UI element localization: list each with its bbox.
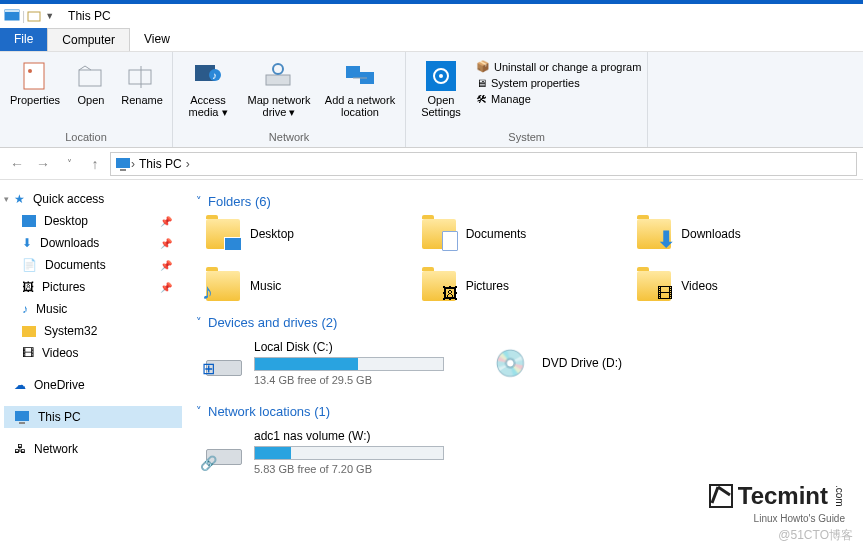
documents-icon: 📄 xyxy=(22,258,37,272)
sysprops-icon: 🖥 xyxy=(476,77,487,89)
nav-back-button[interactable]: ← xyxy=(6,153,28,175)
svg-rect-19 xyxy=(116,158,130,168)
qa-sep: | xyxy=(22,9,25,23)
nav-forward-button[interactable]: → xyxy=(32,153,54,175)
titlebar: | ▼ This PC xyxy=(0,0,863,28)
folder-icon xyxy=(637,271,671,301)
map-drive-button[interactable]: Map network drive ▾ xyxy=(243,56,315,118)
this-pc-header[interactable]: This PC xyxy=(4,406,182,428)
svg-rect-20 xyxy=(120,169,126,171)
ribbon: Properties Open Rename Location ♪ Access… xyxy=(0,52,863,148)
add-location-button[interactable]: Add a network location xyxy=(321,56,399,118)
pc-icon xyxy=(115,157,131,171)
system-properties-link[interactable]: 🖥System properties xyxy=(476,77,641,89)
watermark-brand: Tecmint.com Linux Howto's Guide xyxy=(708,482,845,510)
manage-icon: 🛠 xyxy=(476,93,487,105)
drives-section-header[interactable]: Devices and drives (2) xyxy=(196,315,853,330)
properties-button[interactable]: Properties xyxy=(6,56,64,106)
folders-section-header[interactable]: Folders (6) xyxy=(196,194,853,209)
access-media-button[interactable]: ♪ Access media ▾ xyxy=(179,56,237,118)
sidebar-item-music[interactable]: ♪Music xyxy=(4,298,182,320)
rename-icon xyxy=(126,60,158,92)
map-drive-icon xyxy=(263,60,295,92)
network-icon: 🖧 xyxy=(14,442,26,456)
folders-grid: Desktop Documents Downloads Music Pictur… xyxy=(196,219,853,301)
folder-music[interactable]: Music xyxy=(206,271,422,301)
nav-tree: ★Quick access Desktop📌 ⬇Downloads📌 📄Docu… xyxy=(0,180,186,550)
qa-dropdown-icon[interactable]: ▼ xyxy=(45,11,54,21)
svg-rect-2 xyxy=(28,12,40,21)
sidebar-item-desktop[interactable]: Desktop📌 xyxy=(4,210,182,232)
folder-documents[interactable]: Documents xyxy=(422,219,638,249)
onedrive-header[interactable]: ☁OneDrive xyxy=(4,374,182,396)
quick-access-header[interactable]: ★Quick access xyxy=(4,188,182,210)
uninstall-link[interactable]: 📦Uninstall or change a program xyxy=(476,60,641,73)
pin-icon: 📌 xyxy=(160,238,172,249)
ribbon-group-location: Properties Open Rename Location xyxy=(0,52,173,147)
address-path[interactable]: › This PC › xyxy=(110,152,857,176)
open-button[interactable]: Open xyxy=(70,56,112,106)
properties-icon xyxy=(19,60,51,92)
videos-icon: 🎞 xyxy=(22,346,34,360)
manage-link[interactable]: 🛠Manage xyxy=(476,93,641,105)
chevron-icon[interactable]: › xyxy=(186,157,190,171)
network-header[interactable]: 🖧Network xyxy=(4,438,182,460)
corner-watermark: @51CTO博客 xyxy=(778,527,853,544)
pc-icon xyxy=(14,410,30,424)
sidebar-item-downloads[interactable]: ⬇Downloads📌 xyxy=(4,232,182,254)
svg-rect-5 xyxy=(79,70,101,86)
network-section-header[interactable]: Network locations (1) xyxy=(196,404,853,419)
svg-rect-22 xyxy=(19,422,25,424)
network-drive-icon xyxy=(206,437,242,467)
access-media-icon: ♪ xyxy=(192,60,224,92)
drive-network[interactable]: adc1 nas volume (W:) 5.83 GB free of 7.2… xyxy=(196,429,853,475)
svg-rect-21 xyxy=(15,411,29,421)
drive-local-disk[interactable]: Local Disk (C:) 13.4 GB free of 29.5 GB xyxy=(196,340,444,386)
settings-icon xyxy=(425,60,457,92)
sidebar-item-pictures[interactable]: 🖼Pictures📌 xyxy=(4,276,182,298)
svg-point-4 xyxy=(28,69,32,73)
music-icon: ♪ xyxy=(22,302,28,316)
nav-history-button[interactable]: ˅ xyxy=(58,153,80,175)
folder-downloads[interactable]: Downloads xyxy=(637,219,853,249)
folder-videos[interactable]: Videos xyxy=(637,271,853,301)
pin-icon: 📌 xyxy=(160,282,172,293)
add-location-icon xyxy=(344,60,376,92)
tab-computer[interactable]: Computer xyxy=(47,28,130,51)
tab-view[interactable]: View xyxy=(130,28,184,51)
sidebar-item-videos[interactable]: 🎞Videos xyxy=(4,342,182,364)
qa-new-folder-icon[interactable] xyxy=(27,9,43,23)
svg-rect-11 xyxy=(266,75,290,85)
disk-icon xyxy=(206,348,242,378)
svg-rect-13 xyxy=(346,66,360,78)
path-segment[interactable]: This PC xyxy=(135,157,186,171)
open-settings-button[interactable]: Open Settings xyxy=(412,56,470,118)
dvd-icon xyxy=(494,348,530,378)
folder-desktop[interactable]: Desktop xyxy=(206,219,422,249)
rename-button[interactable]: Rename xyxy=(118,56,166,106)
pin-icon: 📌 xyxy=(160,216,172,227)
tab-file[interactable]: File xyxy=(0,28,47,51)
desktop-icon xyxy=(22,215,36,227)
svg-point-12 xyxy=(273,64,283,74)
uninstall-icon: 📦 xyxy=(476,60,490,73)
svg-rect-1 xyxy=(5,10,19,12)
downloads-icon: ⬇ xyxy=(22,236,32,250)
onedrive-icon: ☁ xyxy=(14,378,26,392)
nav-up-button[interactable]: ↑ xyxy=(84,153,106,175)
usage-bar xyxy=(254,357,444,371)
window-title: This PC xyxy=(68,9,111,23)
drive-dvd[interactable]: DVD Drive (D:) xyxy=(484,340,732,386)
ribbon-group-network: ♪ Access media ▾ Map network drive ▾ Add… xyxy=(173,52,406,147)
sidebar-item-system32[interactable]: System32 xyxy=(4,320,182,342)
pictures-icon: 🖼 xyxy=(22,280,34,294)
svg-rect-3 xyxy=(24,63,44,89)
sidebar-item-documents[interactable]: 📄Documents📌 xyxy=(4,254,182,276)
folder-icon xyxy=(206,219,240,249)
folder-icon xyxy=(422,219,456,249)
pin-icon: 📌 xyxy=(160,260,172,271)
folder-icon xyxy=(422,271,456,301)
folder-pictures[interactable]: Pictures xyxy=(422,271,638,301)
tabstrip: File Computer View xyxy=(0,28,863,52)
star-icon: ★ xyxy=(14,192,25,206)
